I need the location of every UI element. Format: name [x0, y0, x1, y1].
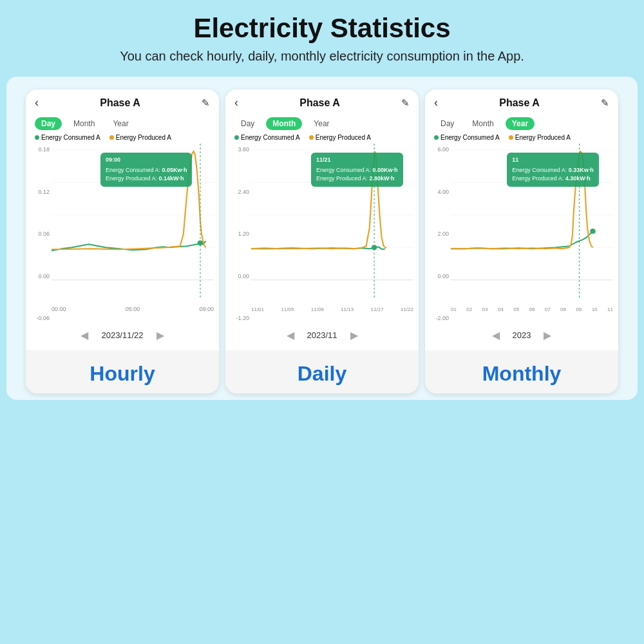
legend-monthly: Energy Consumed A Energy Produced A [425, 133, 618, 144]
tooltip-monthly: 11 Energy Consumed A: 0.33Kw·h Energy Pr… [507, 153, 599, 187]
tooltip-hourly-produced: Energy Produced A: 0.14kW·h [106, 175, 187, 184]
chart-monthly: 6.004.002.000.00-2.00 [430, 144, 613, 324]
svg-point-13 [372, 245, 377, 250]
legend-dot-produced-monthly [509, 135, 513, 140]
nav-hourly: ◀ 2023/11/22 ▶ [26, 324, 219, 344]
tabs-monthly: Day Month Year [425, 113, 618, 133]
back-arrow-daily[interactable]: ‹ [234, 96, 238, 109]
phone-daily: ‹ Phase A ✎ Day Month Year Energy Consum… [225, 90, 419, 393]
legend-produced-daily: Energy Produced A [309, 134, 371, 141]
tab-hourly-month[interactable]: Month [67, 117, 101, 130]
tab-daily-month[interactable]: Month [266, 117, 302, 130]
svg-point-6 [198, 240, 203, 245]
phone-monthly: ‹ Phase A ✎ Day Month Year Energy Consum… [425, 90, 618, 393]
tooltip-hourly-time: 09:00 [106, 156, 187, 165]
legend-dot-produced-daily [309, 135, 314, 140]
phone-daily-label: Daily [225, 350, 419, 393]
legend-produced-monthly: Energy Produced A [509, 134, 571, 141]
tooltip-hourly-consumed: Energy Consumed A: 0.05Kw·h [106, 166, 187, 175]
nav-date-hourly: 2023/11/22 [101, 330, 143, 340]
legend-label-produced-daily: Energy Produced A [316, 134, 371, 141]
tab-daily-year[interactable]: Year [307, 117, 336, 130]
phone-monthly-label: Monthly [425, 350, 618, 393]
edit-icon-daily[interactable]: ✎ [401, 97, 410, 109]
phone-daily-title: Phase A [299, 97, 340, 109]
legend-consumed-monthly: Energy Consumed A [434, 134, 500, 141]
tab-monthly-day[interactable]: Day [434, 117, 460, 130]
nav-daily: ◀ 2023/11 ▶ [225, 324, 419, 344]
legend-consumed-daily: Energy Consumed A [234, 134, 300, 141]
tab-hourly-year[interactable]: Year [106, 117, 135, 130]
phone-daily-header: ‹ Phase A ✎ [225, 90, 419, 113]
tab-monthly-month[interactable]: Month [466, 117, 500, 130]
edit-icon-monthly[interactable]: ✎ [601, 97, 609, 109]
tab-hourly-day[interactable]: Day [35, 117, 62, 130]
tooltip-daily-time: 11/21 [316, 156, 398, 165]
legend-hourly: Energy Consumed A Energy Produced A [26, 133, 219, 144]
phone-hourly-header: ‹ Phase A ✎ [26, 90, 219, 113]
phone-hourly: ‹ Phase A ✎ Day Month Year Energy Consum… [26, 90, 219, 393]
tabs-hourly: Day Month Year [26, 113, 219, 133]
phones-container: ‹ Phase A ✎ Day Month Year Energy Consum… [6, 77, 638, 400]
page-subtitle: You can check hourly, daily, monthly ele… [120, 49, 524, 64]
back-arrow-monthly[interactable]: ‹ [434, 96, 438, 109]
nav-next-daily[interactable]: ▶ [350, 329, 358, 341]
legend-label-consumed-monthly: Energy Consumed A [440, 134, 500, 141]
legend-dot-consumed-monthly [434, 135, 439, 140]
phone-hourly-title: Phase A [100, 97, 140, 109]
tab-daily-day[interactable]: Day [234, 117, 261, 130]
nav-prev-daily[interactable]: ◀ [287, 329, 294, 341]
tooltip-monthly-time: 11 [512, 156, 594, 165]
tooltip-daily-consumed: Energy Consumed A: 0.00Kw·h [316, 166, 398, 175]
legend-label-consumed-daily: Energy Consumed A [241, 134, 300, 141]
legend-label-produced-monthly: Energy Produced A [515, 134, 571, 141]
phone-hourly-label: Hourly [26, 350, 219, 393]
phone-monthly-header: ‹ Phase A ✎ [425, 90, 618, 113]
legend-dot-produced-hourly [109, 135, 114, 140]
chart-daily: 3.602.401.200.00-1.20 [231, 144, 413, 324]
nav-date-daily: 2023/11 [307, 330, 337, 340]
nav-prev-monthly[interactable]: ◀ [492, 329, 500, 341]
legend-dot-consumed-daily [234, 135, 239, 140]
tooltip-monthly-consumed: Energy Consumed A: 0.33Kw·h [512, 166, 594, 175]
edit-icon-hourly[interactable]: ✎ [202, 97, 210, 109]
tooltip-daily-produced: Energy Produced A: 2.80kW·h [316, 175, 398, 184]
tooltip-monthly-produced: Energy Produced A: 4.30kW·h [512, 175, 594, 184]
back-arrow-hourly[interactable]: ‹ [35, 96, 39, 109]
legend-produced-hourly: Energy Produced A [109, 134, 171, 141]
tab-monthly-year[interactable]: Year [506, 117, 535, 130]
tooltip-hourly: 09:00 Energy Consumed A: 0.05Kw·h Energy… [100, 153, 193, 187]
tabs-daily: Day Month Year [225, 113, 419, 133]
legend-consumed-hourly: Energy Consumed A [35, 134, 100, 141]
phone-monthly-title: Phase A [499, 97, 540, 109]
legend-label-produced-hourly: Energy Produced A [116, 134, 171, 141]
legend-label-consumed-hourly: Energy Consumed A [41, 134, 100, 141]
chart-hourly: 0.180.120.060.00-0.06 [31, 144, 214, 324]
page-title: Electricity Statistics [193, 13, 450, 44]
legend-dot-consumed-hourly [35, 135, 39, 140]
svg-point-20 [590, 229, 595, 234]
nav-next-monthly[interactable]: ▶ [544, 329, 551, 341]
legend-daily: Energy Consumed A Energy Produced A [225, 133, 419, 144]
nav-prev-hourly[interactable]: ◀ [80, 329, 88, 341]
nav-next-hourly[interactable]: ▶ [156, 329, 164, 341]
nav-monthly: ◀ 2023 ▶ [425, 324, 618, 344]
tooltip-daily: 11/21 Energy Consumed A: 0.00Kw·h Energy… [311, 153, 403, 187]
nav-date-monthly: 2023 [513, 330, 531, 340]
